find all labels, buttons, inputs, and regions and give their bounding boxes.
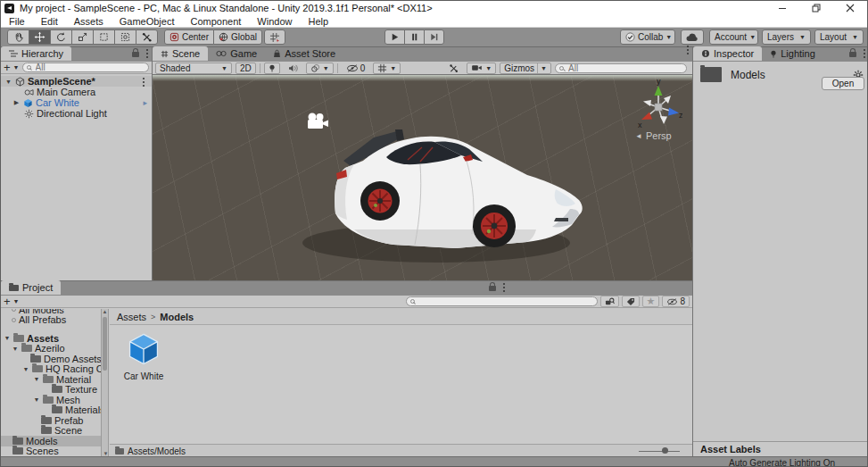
hand-tool-button[interactable] bbox=[7, 29, 29, 45]
projection-toggle[interactable]: ◄ Persp bbox=[635, 130, 672, 141]
tree-item-material[interactable]: ▼ Material bbox=[1, 374, 101, 385]
scrollbar-thumb[interactable] bbox=[103, 317, 107, 371]
scene-audio-toggle[interactable] bbox=[284, 63, 302, 74]
hierarchy-search-field[interactable] bbox=[22, 63, 149, 72]
prefab-arrow-icon[interactable]: ▸ bbox=[143, 98, 147, 107]
restore-button[interactable] bbox=[799, 1, 833, 15]
hidden-packages-toggle[interactable]: 8 bbox=[662, 296, 690, 307]
transform-tool-button[interactable] bbox=[114, 29, 136, 45]
chevron-down-icon[interactable]: ▼ bbox=[13, 64, 20, 71]
lock-icon[interactable] bbox=[489, 286, 496, 291]
breadcrumb-models[interactable]: Models bbox=[160, 312, 194, 322]
tree-item-scene[interactable]: Scene bbox=[1, 426, 101, 437]
custom-tool-button[interactable] bbox=[136, 29, 158, 45]
axis-gizmo[interactable]: y z x bbox=[634, 79, 682, 132]
search-by-label-button[interactable] bbox=[622, 296, 640, 307]
caret-down-icon[interactable]: ▼ bbox=[4, 335, 11, 341]
project-search-field[interactable] bbox=[406, 296, 598, 306]
menu-help[interactable]: Help bbox=[300, 15, 336, 28]
tree-item-assets[interactable]: ▼ Assets bbox=[1, 333, 101, 344]
pause-button[interactable] bbox=[404, 29, 425, 45]
layers-dropdown[interactable]: Layers▼ bbox=[762, 29, 811, 45]
breadcrumb-assets[interactable]: Assets bbox=[117, 312, 146, 322]
menu-assets[interactable]: Assets bbox=[66, 15, 112, 28]
tree-item-models[interactable]: Models bbox=[1, 436, 101, 446]
caret-down-icon[interactable]: ▼ bbox=[33, 396, 40, 403]
caret-down-icon[interactable]: ▼ bbox=[4, 79, 12, 85]
tree-item-mesh[interactable]: ▼ Mesh bbox=[1, 395, 101, 405]
account-dropdown[interactable]: Account▼ bbox=[709, 29, 758, 45]
kebab-menu-icon[interactable] bbox=[503, 283, 505, 285]
open-button[interactable]: Open bbox=[822, 77, 864, 90]
tree-item-materials[interactable]: Materials bbox=[1, 405, 101, 416]
scene-camera-dropdown[interactable]: ▼ bbox=[467, 63, 496, 74]
kebab-menu-icon[interactable] bbox=[687, 46, 689, 47]
scene-search-field[interactable] bbox=[555, 63, 687, 73]
menu-gameobject[interactable]: GameObject bbox=[112, 15, 183, 28]
project-search-input[interactable] bbox=[407, 297, 597, 305]
hierarchy-item-main-camera[interactable]: Main Camera bbox=[1, 87, 152, 97]
tree-item-demo-assets[interactable]: Demo Assets bbox=[1, 354, 101, 364]
zoom-slider[interactable] bbox=[639, 446, 680, 455]
lock-icon[interactable] bbox=[132, 52, 139, 57]
scene-viewport[interactable]: y z x ◄ Persp bbox=[153, 75, 692, 280]
tree-scrollbar[interactable]: ▲ ▼ bbox=[102, 309, 109, 457]
hierarchy-item-directional-light[interactable]: Directional Light bbox=[1, 108, 152, 119]
tab-inspector[interactable]: Inspector bbox=[693, 46, 762, 61]
slider-knob[interactable] bbox=[662, 447, 668, 454]
cloud-button[interactable] bbox=[681, 29, 704, 45]
scale-tool-button[interactable] bbox=[71, 29, 94, 45]
add-object-button[interactable]: + bbox=[4, 63, 11, 72]
collab-button[interactable]: Collab ▼ bbox=[620, 29, 675, 45]
tab-hierarchy[interactable]: Hierarchy bbox=[1, 46, 71, 61]
tree-item-prefab[interactable]: Prefab bbox=[1, 415, 101, 426]
asset-car-white[interactable]: Car White bbox=[117, 332, 170, 381]
asset-labels-header[interactable]: Asset Labels bbox=[693, 441, 868, 456]
camera-gizmo-icon[interactable] bbox=[306, 113, 329, 130]
kebab-menu-icon[interactable] bbox=[146, 49, 148, 51]
tab-lighting[interactable]: Lighting bbox=[762, 46, 823, 61]
tab-project[interactable]: Project bbox=[1, 280, 61, 295]
rotate-tool-button[interactable] bbox=[50, 29, 72, 45]
menu-edit[interactable]: Edit bbox=[33, 15, 66, 28]
pivot-toggle-button[interactable]: Center bbox=[164, 29, 214, 45]
car-model[interactable] bbox=[153, 75, 692, 280]
hierarchy-item-car-white[interactable]: ▶ Car White ▸ bbox=[1, 97, 152, 108]
caret-down-icon[interactable]: ▼ bbox=[33, 376, 40, 382]
kebab-menu-icon[interactable] bbox=[864, 49, 865, 51]
step-button[interactable] bbox=[424, 29, 444, 45]
tab-scene[interactable]: Scene bbox=[153, 46, 208, 61]
tree-item-texture[interactable]: Texture bbox=[1, 385, 101, 396]
hierarchy-scene-header[interactable]: ▼ SampleScene* bbox=[1, 76, 152, 87]
menu-component[interactable]: Component bbox=[182, 15, 249, 28]
chevron-down-icon[interactable]: ▼ bbox=[13, 298, 20, 304]
shading-mode-dropdown[interactable]: Shaded▼ bbox=[155, 63, 232, 74]
2d-toggle-button[interactable]: 2D bbox=[236, 63, 256, 74]
scene-search-input[interactable] bbox=[556, 64, 686, 72]
tree-item-scenes[interactable]: Scenes bbox=[1, 446, 101, 457]
save-search-button[interactable]: ★ bbox=[642, 296, 660, 307]
scene-effects-dropdown[interactable]: ▼ bbox=[306, 63, 334, 74]
scene-lighting-toggle[interactable] bbox=[264, 63, 280, 74]
menu-file[interactable]: File bbox=[1, 15, 33, 28]
close-button[interactable] bbox=[833, 1, 867, 15]
menu-window[interactable]: Window bbox=[249, 15, 300, 28]
minimize-button[interactable] bbox=[765, 1, 799, 15]
grid-visibility-dropdown[interactable]: ▼ bbox=[373, 63, 401, 74]
scene-tools-button[interactable] bbox=[444, 63, 463, 74]
kebab-menu-icon[interactable] bbox=[143, 78, 145, 79]
caret-down-icon[interactable]: ▼ bbox=[12, 346, 19, 352]
move-tool-button[interactable] bbox=[29, 29, 51, 45]
gizmos-dropdown[interactable]: Gizmos▼ bbox=[500, 63, 551, 74]
layout-dropdown[interactable]: Layout▼ bbox=[814, 29, 864, 45]
tree-item-azerilo[interactable]: ▼ Azerilo bbox=[1, 344, 101, 354]
hierarchy-search-input[interactable] bbox=[23, 63, 148, 71]
snap-grid-button[interactable] bbox=[264, 29, 285, 45]
tab-asset-store[interactable]: Asset Store bbox=[265, 46, 343, 61]
caret-down-icon[interactable]: ▼ bbox=[22, 366, 29, 372]
favorite-all-prefabs[interactable]: All Prefabs bbox=[1, 315, 101, 326]
search-by-type-button[interactable] bbox=[600, 296, 619, 307]
scroll-up-icon[interactable]: ▲ bbox=[103, 309, 108, 314]
tree-item-hq-racing-car[interactable]: ▼ HQ Racing Car bbox=[1, 364, 101, 375]
lock-icon[interactable] bbox=[849, 52, 856, 57]
